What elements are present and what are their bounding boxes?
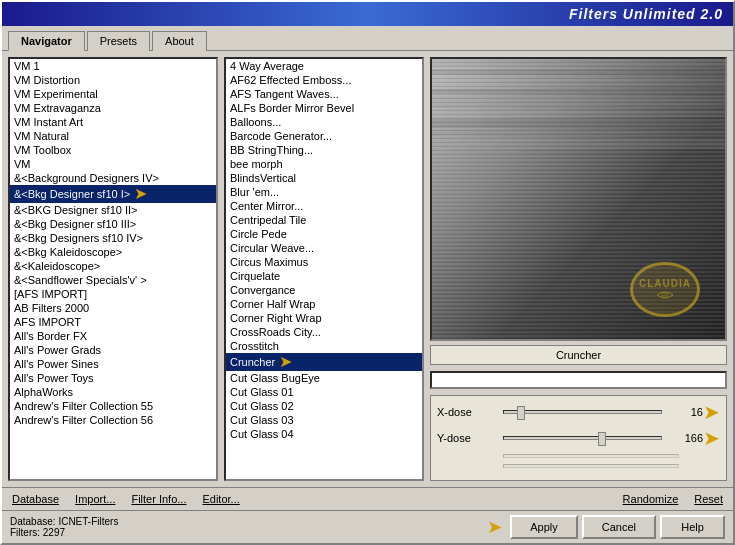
list-item[interactable]: Crosstitch [226,339,422,353]
watermark: CLAUDIA [625,259,705,319]
y-dose-thumb[interactable] [598,432,606,446]
filter-list[interactable]: 4 Way Average AF62 Effected Emboss... AF… [224,57,424,481]
list-item[interactable]: &<BKG Designer sf10 II> [10,203,216,217]
list-item[interactable]: Andrew's Filter Collection 56 [10,413,216,427]
list-item[interactable]: VM Toolbox [10,143,216,157]
list-item[interactable]: Balloons... [226,115,422,129]
list-item[interactable]: Cut Glass 04 [226,427,422,441]
y-dose-track[interactable] [503,436,662,440]
bottom-toolbar: Database Import... Filter Info... Editor… [2,487,733,510]
list-item[interactable]: All's Border FX [10,329,216,343]
list-item[interactable]: VM Natural [10,129,216,143]
filters-status: Filters: 2297 [10,527,483,538]
apply-button[interactable]: Apply [510,515,578,539]
database-value: ICNET-Filters [58,516,118,527]
list-item[interactable]: Convergance [226,283,422,297]
empty-row-2 [437,464,720,468]
list-item[interactable]: Cut Glass BugEye [226,371,422,385]
import-button[interactable]: Import... [71,491,119,507]
list-item[interactable]: &<Bkg Designer sf10 III> [10,217,216,231]
title-bar: Filters Unlimited 2.0 [2,2,733,26]
list-item[interactable]: Circular Weave... [226,241,422,255]
middle-listbox-container: 4 Way Average AF62 Effected Emboss... AF… [224,57,424,481]
list-item[interactable]: BB StringThing... [226,143,422,157]
empty-track-2 [503,464,679,468]
filter-name-bar: Cruncher [430,345,727,365]
list-item[interactable]: Barcode Generator... [226,129,422,143]
list-item[interactable]: &<Kaleidoscope> [10,259,216,273]
watermark-circle: CLAUDIA [630,262,700,317]
filters-label: Filters: [10,527,40,538]
list-item[interactable]: AF62 Effected Emboss... [226,73,422,87]
reset-button[interactable]: Reset [690,491,727,507]
list-item[interactable]: Corner Right Wrap [226,311,422,325]
list-item[interactable]: VM Instant Art [10,115,216,129]
preview-stripes: CLAUDIA [432,59,725,339]
list-item[interactable]: [AFS IMPORT] [10,287,216,301]
list-item[interactable]: CrossRoads City... [226,325,422,339]
x-dose-thumb[interactable] [517,406,525,420]
list-item[interactable]: AB Filters 2000 [10,301,216,315]
empty-track-1 [503,454,679,458]
y-dose-label: Y-dose [437,432,497,444]
list-item[interactable]: Corner Half Wrap [226,297,422,311]
filter-category-list[interactable]: VM 1 VM Distortion VM Experimental VM Ex… [8,57,218,481]
filter-input[interactable] [430,371,727,389]
list-item[interactable]: AlphaWorks [10,385,216,399]
list-item[interactable]: VM Extravaganza [10,101,216,115]
randomize-button[interactable]: Randomize [619,491,683,507]
filter-name: Cruncher [556,349,601,361]
list-item[interactable]: &<Sandflower Specials'v' > [10,273,216,287]
list-item[interactable]: All's Power Toys [10,371,216,385]
x-dose-track[interactable] [503,410,662,414]
filters-value: 2297 [43,527,65,538]
list-item-selected[interactable]: Cruncher ➤ [226,353,422,371]
app-title: Filters Unlimited 2.0 [569,6,723,22]
x-dose-arrow: ➤ [703,402,720,422]
cancel-button[interactable]: Cancel [582,515,656,539]
list-item[interactable]: Circle Pede [226,227,422,241]
list-item[interactable]: ALFs Border Mirror Bevel [226,101,422,115]
list-item[interactable]: Centripedal Tile [226,213,422,227]
list-item[interactable]: Center Mirror... [226,199,422,213]
list-item[interactable]: BlindsVertical [226,171,422,185]
list-item[interactable]: VM Experimental [10,87,216,101]
arrow-indicator: ➤ [134,186,147,202]
list-item[interactable]: Cut Glass 01 [226,385,422,399]
list-item[interactable]: Blur 'em... [226,185,422,199]
list-item[interactable]: 4 Way Average [226,59,422,73]
editor-button[interactable]: Editor... [198,491,243,507]
right-panel: CLAUDIA Cruncher [430,57,727,481]
list-item[interactable]: bee morph [226,157,422,171]
database-status: Database: ICNET-Filters [10,516,483,527]
list-item-selected[interactable]: &<Bkg Designer sf10 I> ➤ [10,185,216,203]
tab-about[interactable]: About [152,31,207,51]
database-button[interactable]: Database [8,491,63,507]
list-item[interactable]: &<Bkg Designers sf10 IV> [10,231,216,245]
list-item[interactable]: All's Power Grads [10,343,216,357]
help-button[interactable]: Help [660,515,725,539]
list-item[interactable]: Circus Maximus [226,255,422,269]
tab-navigator[interactable]: Navigator [8,31,85,51]
list-item[interactable]: AFS Tangent Waves... [226,87,422,101]
tab-presets[interactable]: Presets [87,31,150,51]
list-item[interactable]: All's Power Sines [10,357,216,371]
y-dose-row: Y-dose 166 ➤ [437,428,720,448]
list-item[interactable]: VM [10,157,216,171]
list-item[interactable]: VM 1 [10,59,216,73]
y-dose-value: 166 [668,432,703,444]
status-text: Database: ICNET-Filters Filters: 2297 [10,516,483,538]
list-item[interactable]: Andrew's Filter Collection 55 [10,399,216,413]
list-item[interactable]: VM Distortion [10,73,216,87]
list-item[interactable]: AFS IMPORT [10,315,216,329]
x-dose-label: X-dose [437,406,497,418]
list-item[interactable]: Cut Glass 02 [226,399,422,413]
x-dose-row: X-dose 16 ➤ [437,402,720,422]
list-item[interactable]: Cirquelate [226,269,422,283]
list-item[interactable]: &<Bkg Kaleidoscope> [10,245,216,259]
preview-area: CLAUDIA [430,57,727,341]
list-item[interactable]: &<Background Designers IV> [10,171,216,185]
filter-info-button[interactable]: Filter Info... [127,491,190,507]
action-bar: Database: ICNET-Filters Filters: 2297 ➤ … [2,510,733,543]
list-item[interactable]: Cut Glass 03 [226,413,422,427]
